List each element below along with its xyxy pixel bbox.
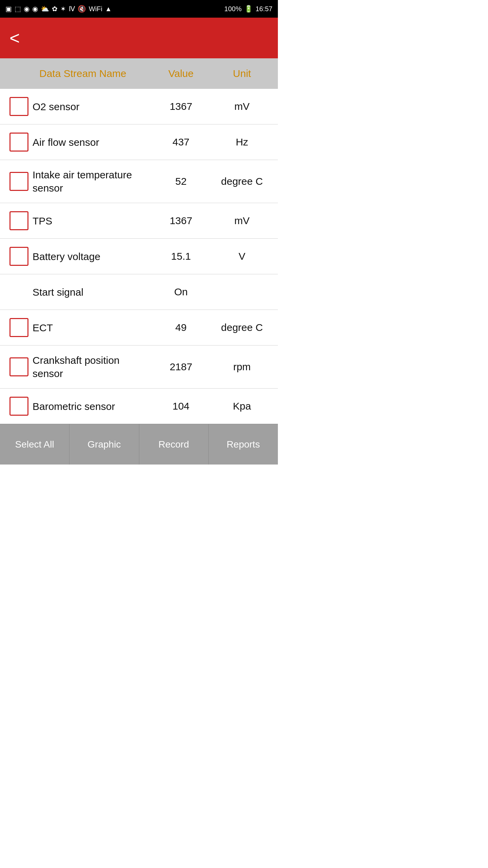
bluetooth-icon: ✶ (60, 5, 66, 13)
row-value: On (150, 286, 211, 298)
checkbox-wrap (5, 133, 33, 152)
row-name: O2 sensor (33, 100, 150, 113)
checkbox-row-5[interactable] (9, 247, 28, 266)
table-row: Start signalOn (0, 274, 278, 310)
row-value: 49 (150, 322, 211, 333)
column-header: Data Stream Name Value Unit (0, 58, 278, 89)
row-unit: mV (211, 215, 272, 226)
signal-icon: ▲ (105, 5, 112, 13)
checkbox-wrap (5, 97, 33, 116)
row-unit: V (211, 251, 272, 262)
time-display: 16:57 (256, 5, 272, 13)
row-value: 104 (150, 400, 211, 412)
bottom-nav: Select AllGraphicRecordReports (0, 424, 278, 465)
checkbox-wrap (5, 318, 33, 337)
row-name: Crankshaft position sensor (33, 354, 150, 380)
checkbox-row-3[interactable] (9, 172, 28, 191)
table-row: Barometric sensor104Kpa (0, 389, 278, 424)
row-name: Start signal (33, 285, 150, 299)
column-header-unit: Unit (211, 68, 272, 79)
header: < (0, 18, 278, 58)
row-value: 1367 (150, 101, 211, 112)
column-header-value: Value (150, 68, 211, 79)
checkbox-row-2[interactable] (9, 133, 28, 152)
table-row: Intake air temperature sensor52degree C (0, 160, 278, 203)
status-bar: ▣ ⬚ ◉ ◉ ⛅ ✿ ✶ Ⅳ 🔇 WiFi ▲ 100% 🔋 16:57 (0, 0, 278, 18)
status-icons-right: 100% 🔋 16:57 (224, 5, 272, 13)
row-name: Air flow sensor (33, 136, 150, 149)
checkbox-row-4[interactable] (9, 211, 28, 230)
row-unit: rpm (211, 361, 272, 373)
bottom-nav-graphic[interactable]: Graphic (69, 424, 139, 465)
checkbox-row-9[interactable] (9, 397, 28, 416)
bottom-nav-reports[interactable]: Reports (209, 424, 278, 465)
row-unit: mV (211, 101, 272, 112)
row-unit: Kpa (211, 400, 272, 412)
weather-icon: ⛅ (41, 5, 49, 13)
row-name: Battery voltage (33, 250, 150, 263)
table-row: TPS1367mV (0, 203, 278, 239)
table-row: Battery voltage15.1V (0, 239, 278, 274)
row-unit: Hz (211, 136, 272, 148)
row-name: Barometric sensor (33, 400, 150, 413)
row-unit: degree C (211, 322, 272, 333)
row-value: 2187 (150, 361, 211, 373)
checkbox-wrap (5, 211, 33, 230)
row-unit: degree C (211, 176, 272, 187)
checkbox-wrap (5, 172, 33, 191)
table-row: O2 sensor1367mV (0, 89, 278, 124)
n-icon: Ⅳ (69, 5, 75, 13)
checkbox-wrap (5, 397, 33, 416)
bottom-nav-record[interactable]: Record (139, 424, 209, 465)
table-row: ECT49degree C (0, 310, 278, 346)
checkbox-row-1[interactable] (9, 97, 28, 116)
msg-icon: ▣ (5, 5, 12, 13)
checkbox-row-8[interactable] (9, 357, 28, 376)
battery-percent: 100% (224, 5, 242, 13)
column-header-name: Data Stream Name (5, 68, 150, 79)
row-name: Intake air temperature sensor (33, 168, 150, 195)
mute-icon: 🔇 (78, 5, 86, 13)
table-row: Air flow sensor437Hz (0, 124, 278, 160)
status-icons-left: ▣ ⬚ ◉ ◉ ⛅ ✿ ✶ Ⅳ 🔇 WiFi ▲ (5, 5, 112, 13)
wifi-icon: WiFi (89, 5, 102, 13)
checkbox-wrap (5, 357, 33, 376)
table-row: Crankshaft position sensor2187rpm (0, 346, 278, 389)
chat-icon: ✿ (52, 5, 58, 13)
checkbox-row-7[interactable] (9, 318, 28, 337)
row-name: TPS (33, 214, 150, 228)
row-value: 437 (150, 136, 211, 148)
battery-icon: 🔋 (244, 5, 253, 13)
rec2-icon: ◉ (32, 5, 38, 13)
bottom-nav-select-all[interactable]: Select All (0, 424, 69, 465)
data-list: O2 sensor1367mVAir flow sensor437HzIntak… (0, 89, 278, 424)
row-value: 52 (150, 176, 211, 187)
checkbox-wrap (5, 247, 33, 266)
rec1-icon: ◉ (24, 5, 29, 13)
back-button[interactable]: < (9, 29, 20, 47)
row-value: 15.1 (150, 251, 211, 262)
row-name: ECT (33, 321, 150, 334)
tablet-icon: ⬚ (15, 5, 21, 13)
row-value: 1367 (150, 215, 211, 226)
